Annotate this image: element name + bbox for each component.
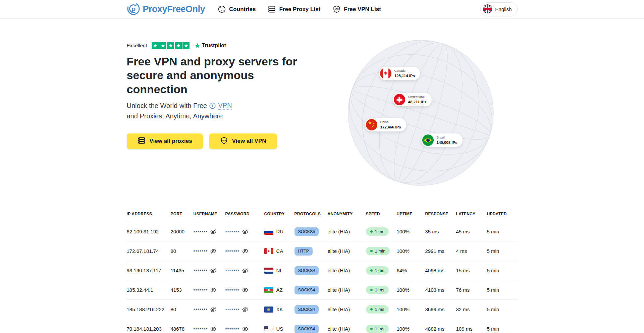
speed-dot-icon	[370, 289, 373, 291]
reveal-password-eye-off-icon[interactable]	[242, 287, 249, 293]
cell-uptime: 100%	[397, 280, 425, 300]
reveal-username-eye-off-icon[interactable]	[210, 326, 217, 332]
table-row: 185.32.44.1 4153 ******* *******	[127, 280, 518, 300]
cell-updated: 5 min	[487, 280, 518, 300]
cell-anonymity: elite (HIA)	[328, 319, 366, 333]
table-header-row: IP ADDRESS PORT USERNAME PASSWORD COUNTR…	[127, 212, 518, 222]
view-all-proxies-button[interactable]: View all proxies	[127, 133, 203, 149]
cell-response: 4098 ms	[425, 261, 456, 280]
star-icon: ★	[182, 42, 190, 49]
country-flag-icon	[264, 326, 273, 332]
cell-country: RU	[264, 222, 294, 241]
masked-password: *******	[225, 269, 239, 274]
reveal-password-eye-off-icon[interactable]	[242, 326, 249, 332]
nav-item-countries[interactable]: Countries	[218, 5, 256, 13]
col-country: COUNTRY	[264, 212, 294, 222]
protocol-badge: SOCKS4	[294, 305, 319, 314]
marker-ip-count: 140,008 IPs	[437, 140, 458, 145]
reveal-password-eye-off-icon[interactable]	[242, 248, 249, 255]
reveal-password-eye-off-icon[interactable]	[242, 228, 249, 235]
speed-value: 1 ms	[375, 268, 384, 273]
cell-uptime: 100%	[397, 300, 425, 319]
language-selector[interactable]: English	[480, 2, 517, 16]
cell-updated: 5 min	[487, 241, 518, 261]
canada-round-flag-icon	[380, 68, 391, 79]
marker-ip-count: 48,211 IPs	[408, 100, 427, 105]
cell-country: AZ	[264, 280, 294, 300]
vpn-link[interactable]: VPN	[218, 102, 232, 110]
logo[interactable]: p ProxyFreeOnly	[127, 2, 205, 17]
protocol-badge: SOCKS5	[294, 227, 319, 236]
speed-pill: 1 ms	[366, 286, 389, 294]
reveal-username-eye-off-icon[interactable]	[210, 228, 217, 235]
country-code: RU	[276, 229, 284, 234]
cell-speed: 1 ms	[366, 319, 397, 333]
masked-username: *******	[194, 327, 208, 332]
globe-marker-switzerland: Switzerland 48,211 IPs	[393, 93, 432, 106]
col-latency: LATENCY	[456, 212, 487, 222]
subtitle-suffix: and Proxies, Anytime, Anywhere	[127, 112, 223, 120]
cell-password: *******	[225, 241, 264, 261]
reveal-password-eye-off-icon[interactable]	[242, 306, 249, 313]
button-label: View all proxies	[150, 138, 192, 145]
cell-country: NL	[264, 261, 294, 280]
reveal-password-eye-off-icon[interactable]	[242, 267, 249, 274]
globe-illustration: Canada 128,114 IPs Switzerland 48,211 IP…	[347, 39, 494, 187]
cell-ip: 62.109.31.192	[127, 222, 171, 241]
cell-username: *******	[194, 319, 225, 333]
hero-section: Excellent ★ ★ ★ ★ ★ ★ Trustpilot Free VP…	[127, 19, 518, 188]
country-flag-icon	[264, 307, 273, 313]
nav-label: Countries	[229, 6, 256, 13]
reveal-username-eye-off-icon[interactable]	[210, 267, 217, 274]
trustpilot-star-icon: ★	[194, 42, 200, 49]
star-icon: ★	[175, 42, 182, 49]
cell-response: 4103 ms	[425, 280, 456, 300]
cell-response: 2991 ms	[425, 241, 456, 261]
table-row: 62.109.31.192 20000 ******* *******	[127, 222, 518, 241]
globe-marker-china: China 172,466 IPs	[365, 118, 406, 131]
logo-wordmark: ProxyFreeOnly	[143, 4, 205, 14]
nav-item-free-proxy-list[interactable]: Free Proxy List	[268, 5, 320, 13]
cell-speed: 1 ms	[366, 222, 397, 241]
table-row: 172.67.181.74 80 ******* *******	[127, 241, 518, 261]
masked-password: *******	[225, 288, 239, 293]
masked-password: *******	[225, 308, 239, 313]
masked-password: *******	[225, 327, 239, 332]
cell-latency: 32 ms	[456, 300, 487, 319]
subtitle-prefix: Unlock the World with Free	[127, 102, 207, 110]
reveal-username-eye-off-icon[interactable]	[210, 248, 217, 255]
cell-protocols: HTTP	[294, 241, 328, 261]
speed-pill: 1 ms	[366, 325, 389, 333]
star-icon: ★	[167, 42, 174, 49]
country-flag-icon	[264, 268, 273, 274]
proxy-table: IP ADDRESS PORT USERNAME PASSWORD COUNTR…	[127, 212, 518, 333]
col-username: USERNAME	[194, 212, 225, 222]
masked-username: *******	[194, 230, 208, 235]
cell-protocols: SOCKS4	[294, 319, 328, 333]
language-label: English	[495, 6, 512, 12]
uk-flag-icon	[483, 4, 492, 14]
globe-wireframe	[347, 39, 494, 187]
nav-item-free-vpn-list[interactable]: VPN Free VPN List	[332, 5, 381, 13]
cell-port: 11435	[171, 261, 194, 280]
cell-uptime: 100%	[397, 222, 425, 241]
cell-ip: 70.184.181.203	[127, 319, 171, 333]
reveal-username-eye-off-icon[interactable]	[210, 306, 217, 313]
cell-password: *******	[225, 300, 264, 319]
country-code: XK	[276, 307, 283, 312]
cell-username: *******	[194, 222, 225, 241]
view-all-vpn-button[interactable]: VPN View all VPN	[209, 133, 277, 149]
reveal-username-eye-off-icon[interactable]	[210, 287, 217, 293]
speed-dot-icon	[370, 308, 373, 311]
cell-response: 4882 ms	[425, 319, 456, 333]
speed-pill: 1 ms	[366, 305, 389, 314]
cell-anonymity: elite (HIA)	[328, 222, 366, 241]
globe-marker-canada: Canada 128,114 IPs	[379, 67, 420, 80]
star-icon: ★	[159, 42, 166, 49]
col-response: RESPONSE	[425, 212, 456, 222]
marker-country: Switzerland	[408, 95, 427, 99]
cell-speed: 1 ms	[366, 280, 397, 300]
cell-latency: 15 ms	[456, 261, 487, 280]
cell-username: *******	[194, 261, 225, 280]
cell-latency: 4 ms	[456, 241, 487, 261]
